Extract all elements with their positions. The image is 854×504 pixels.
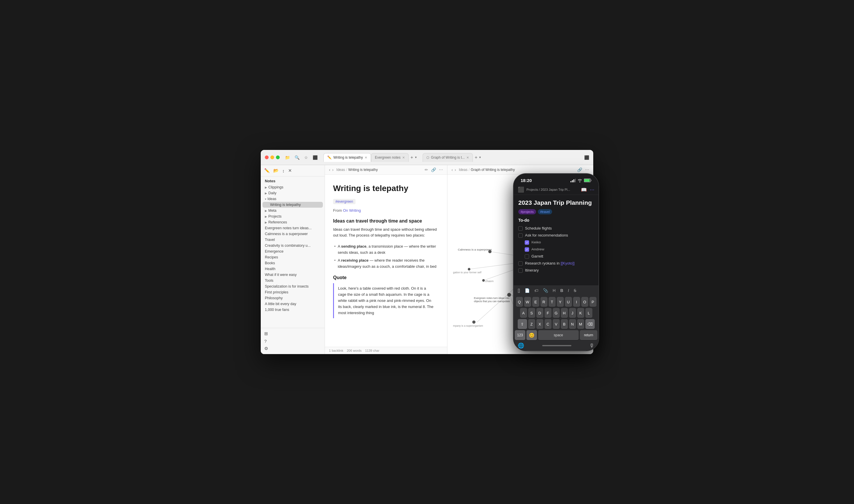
key-y[interactable]: Y	[557, 297, 564, 307]
help-icon[interactable]: ?	[264, 339, 321, 344]
node-chasm[interactable]	[482, 279, 485, 282]
key-a[interactable]: A	[520, 308, 527, 318]
phone-more-icon[interactable]: ⋯	[590, 187, 595, 193]
edit-icon[interactable]: ✏	[425, 167, 428, 172]
key-microphone-icon[interactable]: 🎙	[589, 343, 595, 349]
key-u[interactable]: U	[565, 297, 572, 307]
node-evergreen-ideas[interactable]	[507, 293, 511, 296]
checkbox-keiko[interactable]: ✓	[525, 240, 529, 245]
link-icon[interactable]: 🔗	[431, 167, 436, 172]
tab-evergreen-notes[interactable]: Evergreen notes ✕	[371, 153, 408, 162]
sidebar-item-ideas[interactable]: ▾ Ideas	[261, 196, 325, 202]
checkbox-andrew[interactable]: ✓	[525, 247, 529, 252]
key-m[interactable]: M	[577, 319, 584, 329]
sidebar-toggle-icon[interactable]: ⬛	[313, 155, 317, 160]
phone-toolbar-file-icon[interactable]: 📄	[525, 288, 530, 293]
key-k[interactable]: K	[577, 308, 584, 318]
key-r[interactable]: R	[541, 297, 547, 307]
sidebar-item-1000-fans[interactable]: 1,000 true fans	[261, 307, 325, 313]
node-gation[interactable]	[468, 268, 470, 271]
phone-sidebar-icon[interactable]: ⬛	[518, 186, 524, 193]
key-space[interactable]: space	[538, 330, 579, 340]
folder-icon[interactable]: 📁	[285, 155, 290, 160]
close-sidebar-icon[interactable]: ✕	[288, 168, 292, 173]
key-z[interactable]: Z	[528, 319, 535, 329]
phone-toolbar-bracket-icon[interactable]: []	[518, 288, 520, 293]
minimize-button[interactable]	[270, 156, 274, 159]
tab-close-icon[interactable]: ✕	[466, 156, 469, 160]
key-e[interactable]: E	[532, 297, 539, 307]
checkbox-ask-recommendations[interactable]	[518, 233, 523, 238]
key-shift[interactable]: ⇧	[518, 319, 527, 329]
key-v[interactable]: V	[553, 319, 560, 329]
key-g[interactable]: G	[553, 308, 560, 318]
sidebar-item-books[interactable]: Books	[261, 260, 325, 266]
more-icon[interactable]: ⋯	[439, 167, 443, 172]
key-s[interactable]: S	[528, 308, 535, 318]
sidebar-item-daily[interactable]: ▶ Daily	[261, 190, 325, 196]
phone-toolbar-bold-icon[interactable]: B	[560, 288, 563, 293]
key-c[interactable]: C	[545, 319, 551, 329]
key-j[interactable]: J	[569, 308, 576, 318]
sidebar-item-travel[interactable]: Travel	[261, 237, 325, 243]
key-backspace[interactable]: ⌫	[585, 319, 595, 329]
sidebar-item-little-bit[interactable]: A little bit every day	[261, 301, 325, 307]
tab-graph[interactable]: ⬡ Graph of Writing is t... ✕	[423, 153, 473, 162]
key-p[interactable]: P	[589, 297, 597, 307]
checkbox-garrett[interactable]	[525, 254, 529, 259]
key-d[interactable]: D	[537, 308, 543, 318]
key-x[interactable]: X	[537, 319, 543, 329]
checkbox-itinerary[interactable]	[518, 268, 523, 273]
key-l[interactable]: L	[585, 308, 593, 318]
phone-tag-projects[interactable]: #projects	[518, 209, 536, 214]
search-icon[interactable]: 🔍	[295, 155, 299, 160]
sidebar-item-tools[interactable]: Tools	[261, 278, 325, 284]
sidebar-item-first-principles[interactable]: First principles	[261, 289, 325, 295]
sidebar-item-calmness[interactable]: Calmness is a superpower	[261, 231, 325, 237]
tab-writing-telepathy[interactable]: ✏️ Writing is telepathy ✕	[324, 153, 371, 162]
key-t[interactable]: T	[549, 297, 556, 307]
key-w[interactable]: W	[524, 297, 531, 307]
sidebar-item-meta[interactable]: ▶ Meta	[261, 208, 325, 214]
phone-toolbar-attach-icon[interactable]: 📎	[543, 288, 548, 293]
close-button[interactable]	[265, 156, 269, 159]
sort-icon[interactable]: ↕	[282, 168, 285, 173]
tab-close-icon[interactable]: ✕	[402, 156, 405, 160]
from-link[interactable]: On Writing	[343, 208, 361, 213]
checkbox-schedule-flights[interactable]	[518, 226, 523, 231]
checkbox-ryokans[interactable]	[518, 261, 523, 266]
new-tab-button[interactable]: +	[408, 155, 415, 160]
key-b[interactable]: B	[561, 319, 568, 329]
phone-toolbar-strikethrough-icon[interactable]: S̶	[574, 288, 576, 293]
compose-icon[interactable]: ✏️	[264, 168, 270, 173]
key-globe-icon[interactable]: 🌐	[518, 342, 524, 349]
key-h[interactable]: H	[561, 308, 568, 318]
back-button[interactable]: ‹	[329, 167, 330, 172]
sidebar-item-references[interactable]: ▶ References	[261, 219, 325, 225]
phone-book-icon[interactable]: 📖	[581, 187, 587, 193]
sidebar-item-writing-telepathy[interactable]: Writing is telepathy	[262, 202, 323, 208]
new-folder-icon[interactable]: 📂	[273, 168, 279, 173]
sidebar-item-emergence[interactable]: Emergence	[261, 249, 325, 254]
key-n[interactable]: N	[569, 319, 576, 329]
back-button[interactable]: ‹	[452, 167, 453, 172]
sidebar-item-philosophy[interactable]: Philosophy	[261, 295, 325, 301]
sidebar-item-specialization[interactable]: Specialization is for insects	[261, 284, 325, 289]
key-o[interactable]: O	[581, 297, 588, 307]
phone-toolbar-tag-icon[interactable]: 🏷	[534, 288, 539, 293]
more-icon[interactable]: ⋯	[585, 167, 589, 172]
sidebar-item-creativity[interactable]: Creativity is combinatory u...	[261, 243, 325, 249]
new-tab-button-2[interactable]: +	[473, 155, 479, 160]
tab-dropdown-icon[interactable]: ▾	[415, 156, 417, 159]
sidebar-item-health[interactable]: Health	[261, 266, 325, 272]
key-123[interactable]: 123	[515, 330, 525, 340]
sidebar-item-projects[interactable]: ▶ Projects	[261, 214, 325, 219]
forward-button[interactable]: ›	[332, 167, 334, 172]
maximize-button[interactable]	[276, 156, 280, 159]
key-i[interactable]: I	[573, 297, 580, 307]
node-company[interactable]	[472, 321, 475, 324]
key-return[interactable]: return	[580, 330, 597, 340]
sidebar-item-easy[interactable]: What if it were easy	[261, 272, 325, 278]
link-icon[interactable]: 🔗	[577, 167, 582, 172]
key-emoji[interactable]: 😊	[526, 330, 537, 340]
